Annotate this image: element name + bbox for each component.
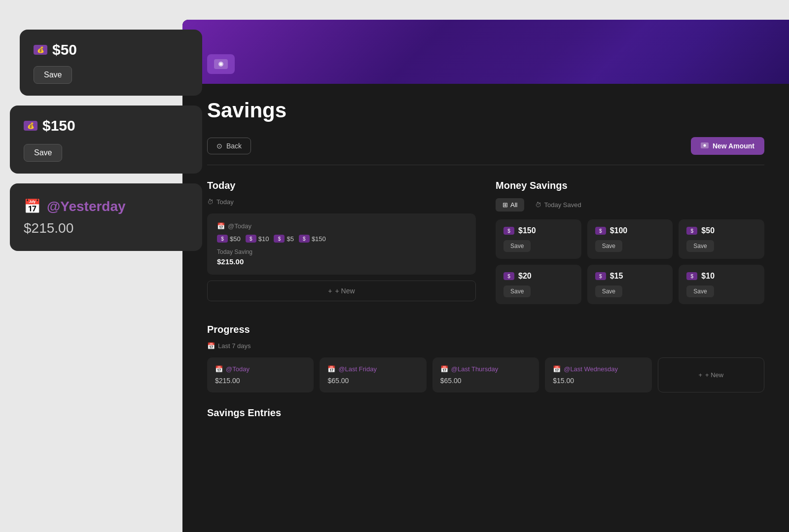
tab-all[interactable]: ⊞ All: [496, 198, 524, 212]
progress-value-0: $215.00: [215, 377, 306, 385]
money-amount-4: $15: [610, 272, 623, 281]
banner-icon: [207, 54, 235, 74]
float-save-btn-1[interactable]: Save: [34, 66, 72, 84]
money-icon-g3: $: [503, 272, 514, 280]
cal-icon-p3: 📅: [553, 365, 561, 373]
money-icon-g5: $: [686, 272, 697, 280]
money-icon-g2: $: [686, 227, 697, 235]
today-subtitle: ⏱ Today: [207, 198, 476, 206]
clock-icon-tab: ⏱: [535, 201, 541, 209]
cal-icon-p2: 📅: [440, 365, 448, 373]
money-amount-0: $150: [518, 226, 536, 235]
money-icon-chip2: $: [246, 235, 256, 243]
page-title: Savings: [207, 99, 764, 122]
savings-entries-section: Savings Entries: [207, 407, 764, 419]
money-card-2: $ $50 Save: [679, 219, 764, 259]
calendar-icon-prog: 📅: [207, 342, 215, 350]
money-icon: 💰: [34, 45, 47, 55]
money-savings-section: Money Savings ⊞ All ⏱ Today Saved $: [496, 180, 764, 304]
money-icon-chip: $: [217, 235, 228, 243]
float-date-label: @Yesterday: [47, 199, 126, 214]
progress-value-2: $65.00: [440, 377, 531, 385]
money-save-2[interactable]: Save: [686, 240, 714, 252]
money-amount-3: $20: [518, 272, 532, 281]
money-card-4: $ $15 Save: [587, 265, 673, 304]
two-col-layout: Today ⏱ Today 📅 @Today $$50: [207, 180, 764, 304]
money-icon-2: 💰: [24, 121, 37, 131]
new-amount-icon: [701, 142, 709, 150]
plus-icon: +: [328, 287, 332, 295]
calendar-icon: 📅: [24, 198, 41, 214]
toolbar: ⊙ Back New Amount: [207, 137, 764, 165]
main-panel: Savings ⊙ Back New Amount Today: [182, 20, 789, 532]
banner: [182, 20, 789, 84]
content-area: Savings ⊙ Back New Amount Today: [182, 84, 789, 532]
progress-new-button[interactable]: + + New: [658, 357, 764, 392]
progress-subtitle: 📅 Last 7 days: [207, 342, 764, 350]
money-save-5[interactable]: Save: [686, 285, 714, 297]
money-save-4[interactable]: Save: [595, 285, 622, 297]
progress-card-3: 📅 @Last Wednesday $15.00: [545, 357, 651, 392]
tab-today-saved[interactable]: ⏱ Today Saved: [528, 198, 588, 212]
back-icon: ⊙: [216, 142, 222, 150]
progress-grid: 📅 @Today $215.00 📅 @Last Friday $65.00 📅: [207, 357, 764, 392]
money-card-5: $ $10 Save: [679, 265, 764, 304]
savings-tabs: ⊞ All ⏱ Today Saved: [496, 198, 764, 212]
chip-150: $$150: [299, 235, 326, 243]
chip-5: $$5: [274, 235, 293, 243]
saving-label: Today Saving: [217, 248, 466, 255]
money-grid: $ $150 Save $ $100 Save: [496, 219, 764, 304]
money-icon-chip3: $: [274, 235, 285, 243]
float-card-yesterday: 📅 @Yesterday $215.00: [10, 183, 202, 251]
left-cards: 💰 $50 Save 💰 $150 Save 📅 @Yesterday $215…: [0, 30, 202, 261]
new-amount-button[interactable]: New Amount: [691, 137, 764, 155]
chip-50: $$50: [217, 235, 241, 243]
money-card-3: $ $20 Save: [496, 265, 581, 304]
today-card: 📅 @Today $$50 $$10 $$5: [207, 213, 476, 275]
today-card-header: 📅 @Today: [217, 222, 466, 230]
progress-value-3: $15.00: [553, 377, 644, 385]
today-new-button[interactable]: + + New: [207, 281, 476, 301]
money-icon-g0: $: [503, 227, 514, 235]
money-card-1: $ $100 Save: [587, 219, 673, 259]
money-icon-g4: $: [595, 272, 606, 280]
money-save-0[interactable]: Save: [503, 240, 531, 252]
money-card-0: $ $150 Save: [496, 219, 581, 259]
money-savings-title: Money Savings: [496, 180, 764, 191]
progress-section: Progress 📅 Last 7 days 📅 @Today $215.00 …: [207, 324, 764, 392]
money-save-1[interactable]: Save: [595, 240, 622, 252]
money-save-3[interactable]: Save: [503, 285, 531, 297]
progress-card-2: 📅 @Last Thursday $65.00: [432, 357, 539, 392]
money-icon-chip4: $: [299, 235, 310, 243]
float-amount-1: $50: [52, 41, 77, 58]
saving-value: $215.00: [217, 257, 466, 266]
money-amount-1: $100: [610, 226, 628, 235]
progress-value-1: $65.00: [327, 377, 418, 385]
float-card-150: 💰 $150 Save: [10, 106, 202, 174]
progress-card-1: 📅 @Last Friday $65.00: [320, 357, 426, 392]
today-amounts: $$50 $$10 $$5 $$150: [217, 235, 466, 243]
plus-icon-prog: +: [698, 371, 702, 379]
grid-icon: ⊞: [502, 201, 508, 209]
svg-point-4: [703, 144, 706, 147]
banner-overlay: [182, 20, 789, 84]
money-icon-g1: $: [595, 227, 606, 235]
today-section: Today ⏱ Today 📅 @Today $$50: [207, 180, 476, 304]
clock-icon: ⏱: [207, 198, 214, 206]
float-date-value: $215.00: [24, 220, 188, 236]
chip-10: $$10: [246, 235, 269, 243]
new-amount-label: New Amount: [713, 142, 754, 150]
back-label: Back: [226, 142, 242, 150]
back-button[interactable]: ⊙ Back: [207, 138, 251, 154]
progress-card-0: 📅 @Today $215.00: [207, 357, 314, 392]
money-amount-5: $10: [701, 272, 715, 281]
float-card-50: 💰 $50 Save: [20, 30, 202, 96]
float-amount-2: $150: [42, 117, 75, 134]
savings-entries-title: Savings Entries: [207, 407, 764, 419]
progress-title: Progress: [207, 324, 764, 335]
calendar-icon-sm: 📅: [217, 222, 225, 230]
cal-icon-p1: 📅: [327, 365, 335, 373]
svg-point-2: [220, 63, 222, 66]
today-title: Today: [207, 180, 476, 191]
float-save-btn-2[interactable]: Save: [24, 144, 62, 162]
